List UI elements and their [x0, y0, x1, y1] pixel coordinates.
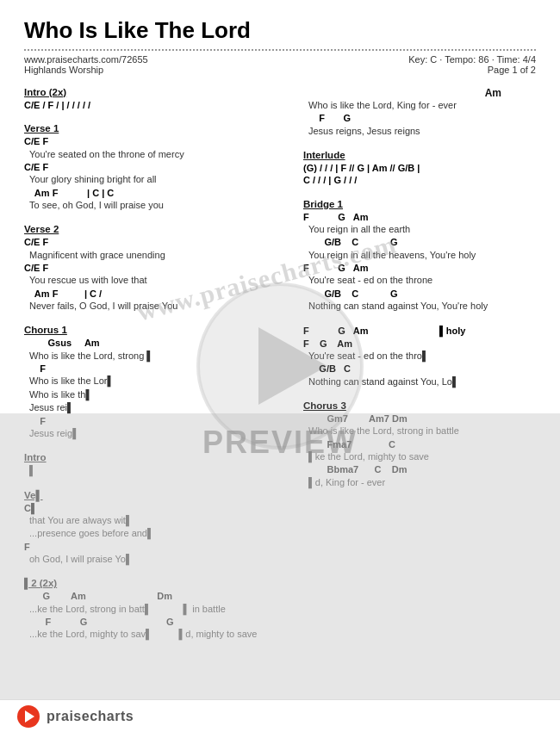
divider	[24, 49, 536, 51]
section-bridge2: F G Am ▌holy F G Am You're seat - ed on …	[303, 325, 536, 388]
verse2-label: Verse 2	[24, 224, 283, 234]
page: Who Is Like The Lord www.praisecharts.co…	[0, 0, 560, 732]
b2-chord2: F G Am	[303, 338, 536, 350]
tempo-value: 86	[478, 54, 488, 65]
b1-lyric4: Nothing can stand against You, You're ho…	[303, 300, 536, 313]
verse2-stanza: C/E F Magnificent with grace unending C/…	[24, 236, 283, 313]
verse1-stanza: C/E F You're seated on the throne of mer…	[24, 135, 283, 212]
b2-chord3: G/B C	[303, 363, 536, 375]
v2-chord3: Am F | C /	[24, 288, 283, 300]
section-verse1: Verse 1 C/E F You're seated on the thron…	[24, 123, 283, 212]
right-chorus-cont: Am Who is like the Lord, King for - ever…	[303, 87, 536, 138]
sep2: · Time:	[492, 54, 523, 65]
v2-chord2: C/E F	[24, 262, 283, 274]
gray-overlay	[0, 413, 560, 732]
intro-label: Intro (2x)	[24, 87, 283, 97]
v1-lyric3: To see, oh God, I will praise you	[24, 199, 283, 212]
verse1-label: Verse 1	[24, 123, 283, 133]
ch1-chord1: Gsus Am	[24, 337, 283, 349]
v2-lyric1: Magnificent with grace unending	[24, 249, 283, 262]
logo-circle	[17, 705, 40, 728]
interlude-label: Interlude	[303, 150, 536, 160]
b1-lyric1: You reign in all the earth	[303, 223, 536, 236]
chorus3-label: Chorus 3	[303, 400, 536, 411]
logo-play-icon	[25, 710, 34, 723]
b2-lyric2: Nothing can stand against You, Lo▌	[303, 375, 536, 388]
v2-lyric3: Never fails, O God, I will praise You	[24, 300, 283, 313]
b2-lyric1: You're seat - ed on the thro▌	[303, 350, 536, 363]
meta-right: Key: C · Tempo: 86 · Time: 4/4 Page 1 of…	[408, 54, 536, 75]
bridge1-label: Bridge 1	[303, 199, 536, 209]
right-chord-am: Am	[303, 87, 536, 99]
b1-lyric3: You're seat - ed on the throne	[303, 274, 536, 287]
meta-row: www.praisecharts.com/72655 Highlands Wor…	[24, 54, 536, 75]
sep1: · Tempo:	[439, 54, 478, 65]
key-label: Key:	[408, 54, 430, 65]
b1-chord1: F G Am	[303, 211, 536, 223]
right-lyric1: Who is like the Lord, King for - ever	[303, 99, 536, 112]
logo-text: praisecharts	[47, 709, 134, 724]
b2-chord1: F G Am ▌holy	[303, 325, 536, 337]
song-title: Who Is Like The Lord	[24, 17, 536, 44]
meta-left: www.praisecharts.com/72655 Highlands Wor…	[24, 54, 148, 75]
b1-chord4: G/B C G	[303, 288, 536, 300]
bottom-bar: praisecharts	[0, 699, 560, 732]
v1-chord3: Am F | C | C	[24, 187, 283, 199]
bridge1-stanza: F G Am You reign in all the earth G/B C …	[303, 211, 536, 313]
b1-chord2: G/B C G	[303, 236, 536, 248]
v1-lyric2: Your glory shining bright for all	[24, 173, 283, 186]
b1-chord3: F G Am	[303, 262, 536, 274]
chorus1-label: Chorus 1	[24, 325, 283, 335]
ch1-chord2: F	[24, 363, 283, 375]
time-value: 4/4	[523, 54, 536, 65]
v2-lyric2: You rescue us with love that	[24, 274, 283, 287]
section-interlude: Interlude (G) / / / | F // G | Am // G/B…	[303, 150, 536, 187]
artist: Highlands Worship	[24, 65, 148, 75]
section-bridge1: Bridge 1 F G Am You reign in all the ear…	[303, 199, 536, 313]
key-tempo: Key: C · Tempo: 86 · Time: 4/4	[408, 54, 536, 65]
v1-chord1: C/E F	[24, 135, 283, 147]
ch1-lyric3: Who is like th▌	[24, 388, 283, 401]
url: www.praisecharts.com/72655	[24, 54, 148, 65]
ch1-lyric2: Who is like the Lor▌	[24, 375, 283, 388]
interlude-chord2: C / / / | G / / /	[303, 174, 536, 186]
key-value: C	[430, 54, 437, 65]
v2-chord1: C/E F	[24, 236, 283, 248]
v1-lyric1: You're seated on the throne of mercy	[24, 148, 283, 161]
right-chord2: F G	[303, 112, 536, 124]
ch1-lyric1: Who is like the Lord, strong ▌	[24, 350, 283, 363]
b1-lyric2: You reign in all the heavens, You're hol…	[303, 249, 536, 262]
intro-chord: C/E / F / | / / / / /	[24, 99, 283, 111]
interlude-chord1: (G) / / / | F // G | Am // G/B |	[303, 162, 536, 174]
right-lyric2: Jesus reigns, Jesus reigns	[303, 125, 536, 138]
section-intro: Intro (2x) C/E / F / | / / / / /	[24, 87, 283, 111]
page-num: Page 1 of 2	[408, 65, 536, 75]
v1-chord2: C/E F	[24, 161, 283, 173]
section-verse2: Verse 2 C/E F Magnificent with grace une…	[24, 224, 283, 313]
